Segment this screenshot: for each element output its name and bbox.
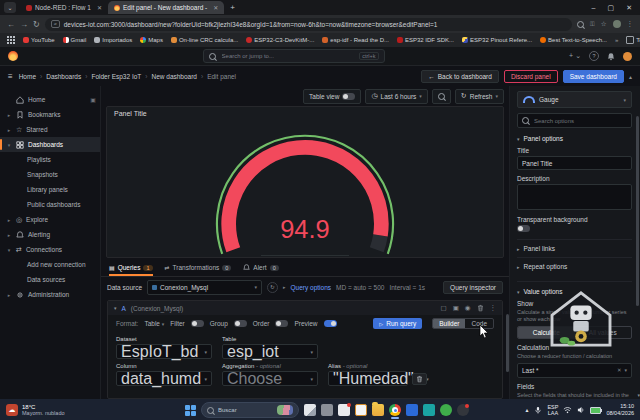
sidebar-item-starred[interactable]: ▸ ☆ Starred bbox=[0, 122, 100, 137]
pinned-app-5[interactable] bbox=[423, 404, 435, 416]
minimize-icon[interactable]: – bbox=[592, 4, 596, 11]
refresh-button[interactable]: ↻ Refresh ▾ bbox=[455, 89, 504, 104]
grafana-search[interactable]: ctrl+k bbox=[203, 49, 385, 63]
bookmark-esp-idf[interactable]: esp-idf - Read the D... bbox=[322, 37, 389, 43]
options-search-input[interactable] bbox=[532, 117, 627, 125]
table-view-switch[interactable] bbox=[342, 93, 355, 100]
bookmark-youtube[interactable]: YouTube bbox=[23, 37, 55, 43]
task-view-button[interactable] bbox=[304, 404, 316, 416]
site-info-icon[interactable]: ≈ bbox=[51, 20, 60, 28]
options-scrollbar[interactable] bbox=[636, 116, 639, 306]
sidebar-item-add-new-connection[interactable]: Add new connection bbox=[0, 257, 100, 272]
new-tab-button[interactable]: + bbox=[230, 3, 235, 12]
sidebar-item-bookmarks[interactable]: ▸ Bookmarks bbox=[0, 107, 100, 122]
taskbar-search[interactable]: Buscar bbox=[201, 402, 299, 418]
collapse-query-icon[interactable]: ▾ bbox=[114, 305, 117, 311]
discard-panel-button[interactable]: Discard panel bbox=[504, 70, 558, 83]
clear-icon[interactable]: ✕ bbox=[617, 367, 622, 373]
bookmark-importados[interactable]: Importados bbox=[94, 37, 132, 43]
reload-icon[interactable]: ↻ bbox=[33, 20, 40, 29]
tab-node-red[interactable]: Node-RED : Flow 1 ✕ bbox=[20, 1, 108, 14]
sidebar-item-home[interactable]: Home▣ bbox=[0, 92, 100, 107]
mega-menu-icon[interactable]: ≡ bbox=[8, 72, 13, 81]
sidebar-item-data-sources[interactable]: Data sources bbox=[0, 272, 100, 287]
collapse-options-icon[interactable]: ▴ bbox=[629, 73, 632, 80]
panel-options-section[interactable]: ▾Panel options bbox=[517, 135, 632, 142]
query-header[interactable]: ▾ A (Conexion_Mysql) ▢ ▣ ◉ ⋮ bbox=[108, 301, 502, 315]
profile-avatar[interactable] bbox=[613, 20, 621, 28]
language-indicator[interactable]: ESPLAA bbox=[547, 404, 558, 416]
options-search[interactable] bbox=[517, 113, 632, 128]
tab-transformations[interactable]: ⇄ Transformations 0 bbox=[165, 264, 232, 276]
sidebar-item-playlists[interactable]: Playlists bbox=[0, 152, 100, 167]
tab-search-dropdown[interactable]: ⌄ bbox=[4, 2, 16, 13]
tab-edit-panel[interactable]: Edit panel - New dashboard - ✕ bbox=[108, 1, 224, 14]
taskbar-weather-widget[interactable]: ☁ 18°C Mayorm. nublado bbox=[6, 404, 65, 417]
order-switch[interactable] bbox=[275, 320, 288, 327]
microphone-icon[interactable] bbox=[534, 406, 542, 415]
repeat-options-section[interactable]: ▸Repeat options bbox=[517, 257, 632, 275]
datasource-help-icon[interactable]: ↻ bbox=[267, 282, 278, 293]
save-dashboard-button[interactable]: Save dashboard bbox=[563, 70, 624, 83]
group-switch[interactable] bbox=[234, 320, 247, 327]
file-explorer-button[interactable] bbox=[372, 404, 384, 416]
crumb-folder[interactable]: Folder Esp32 IoT bbox=[91, 73, 141, 80]
alias-select[interactable]: "Humedad"✕▾ bbox=[328, 371, 408, 386]
bookmark-gmail[interactable]: Gmail bbox=[63, 37, 87, 43]
tab-alert[interactable]: Alert 0 bbox=[243, 264, 278, 276]
taskbar-clock[interactable]: 15:10 08/04/2026 bbox=[606, 403, 634, 416]
disable-query-icon[interactable]: ◉ bbox=[465, 304, 471, 312]
column-select[interactable]: data_humd▾ bbox=[116, 371, 212, 386]
bookmark-maps[interactable]: Maps bbox=[140, 37, 163, 43]
sidebar-item-dashboards[interactable]: ▾ Dashboards bbox=[0, 137, 100, 152]
close-tab-icon[interactable]: ✕ bbox=[97, 4, 102, 11]
time-range-picker[interactable]: ◷ Last 6 hours ▾ bbox=[365, 89, 427, 104]
pinned-app-7[interactable] bbox=[457, 404, 469, 416]
bookmark-esp32-sdk[interactable]: ESP32 IDF SDK... bbox=[397, 37, 454, 43]
datasource-select[interactable]: Conexion_Mysql ▾ bbox=[147, 280, 262, 295]
bookmark-esp32-devkit[interactable]: ESP32-C3-DevKitM-... bbox=[246, 37, 314, 43]
format-select[interactable]: Table ▾ bbox=[144, 320, 164, 327]
run-query-button[interactable]: ▷ Run query bbox=[373, 318, 422, 329]
chrome-button[interactable] bbox=[389, 404, 401, 416]
sidebar-item-alerting[interactable]: ▸ Alerting bbox=[0, 227, 100, 242]
crumb-dashboards[interactable]: Dashboards bbox=[46, 73, 81, 80]
sidebar-item-connections[interactable]: ▾ ⇄ Connections bbox=[0, 242, 100, 257]
tray-expand-icon[interactable]: ▲ bbox=[525, 407, 530, 413]
sidebar-item-snapshots[interactable]: Snapshots bbox=[0, 167, 100, 182]
search-input[interactable] bbox=[220, 52, 356, 60]
table-view-toggle[interactable]: Table view bbox=[303, 89, 361, 104]
crumb-new-dashboard[interactable]: New dashboard bbox=[151, 73, 197, 80]
notification-bell-icon[interactable] bbox=[607, 52, 615, 61]
sidebar-item-public-dashboards[interactable]: Public dashboards bbox=[0, 197, 100, 212]
close-window-icon[interactable]: ✕ bbox=[626, 4, 632, 12]
gauge-panel[interactable]: Panel Title 94.9 bbox=[106, 106, 504, 258]
help-icon[interactable]: ? bbox=[589, 51, 599, 61]
start-button[interactable] bbox=[185, 405, 196, 416]
panel-title-input[interactable] bbox=[517, 156, 632, 170]
wifi-icon[interactable] bbox=[563, 406, 572, 414]
copy-query-icon[interactable]: ▣ bbox=[453, 304, 459, 312]
browser-menu-icon[interactable]: ⋮ bbox=[627, 20, 634, 28]
apps-grid-icon[interactable] bbox=[7, 36, 15, 44]
all-favorites[interactable]: Todos los favoritos bbox=[626, 36, 640, 44]
pinned-app-3[interactable] bbox=[355, 404, 367, 416]
user-avatar[interactable] bbox=[623, 52, 632, 61]
preview-switch[interactable] bbox=[324, 320, 337, 327]
dataset-select[interactable]: EspIoT_bd▾ bbox=[116, 344, 212, 359]
sidebar-item-administration[interactable]: ▸ Administration bbox=[0, 287, 100, 302]
zoom-icon[interactable] bbox=[577, 21, 584, 28]
pinned-app-4[interactable] bbox=[406, 404, 418, 416]
bookmark-esp32-pinout[interactable]: ESP32 Pinout Refere... bbox=[462, 37, 532, 43]
filter-switch[interactable] bbox=[191, 320, 204, 327]
grafana-logo[interactable] bbox=[8, 51, 18, 61]
bookmark-crc-calc[interactable]: On-line CRC calcula... bbox=[171, 37, 238, 43]
speaker-icon[interactable] bbox=[577, 406, 585, 414]
dock-menu-icon[interactable]: ▣ bbox=[90, 96, 96, 103]
sidebar-item-library-panels[interactable]: Library panels bbox=[0, 182, 100, 197]
bookmark-tts[interactable]: Best Text-to-Speech... bbox=[540, 37, 607, 43]
battery-icon[interactable] bbox=[590, 407, 601, 414]
back-icon[interactable]: ← bbox=[7, 20, 15, 29]
maximize-icon[interactable]: ▢ bbox=[608, 4, 615, 12]
zoom-out-button[interactable] bbox=[432, 89, 451, 104]
